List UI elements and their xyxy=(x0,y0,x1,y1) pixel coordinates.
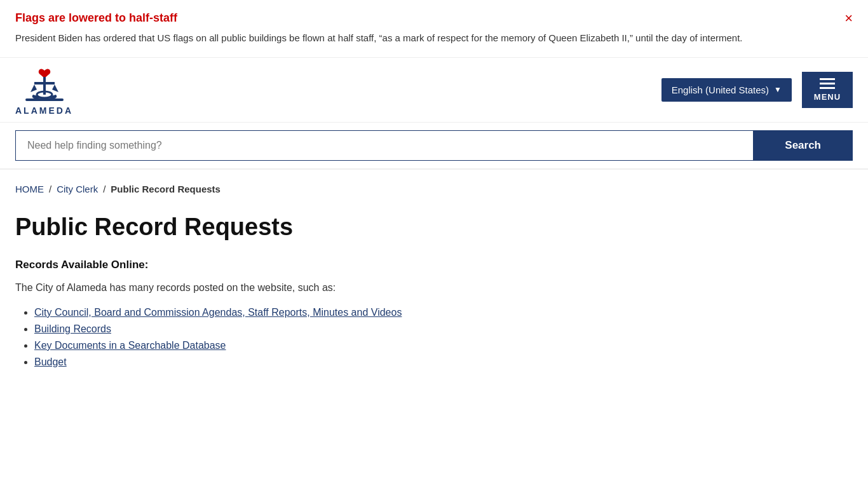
search-input[interactable] xyxy=(15,130,753,161)
logo-text: ALAMEDA xyxy=(15,105,73,116)
menu-button[interactable]: MENU xyxy=(802,72,853,108)
svg-rect-1 xyxy=(34,82,55,85)
breadcrumb-separator-2: / xyxy=(103,184,105,194)
search-bar: Search xyxy=(15,130,853,161)
header-right: English (United States) ▼ MENU xyxy=(661,72,853,108)
list-item: Budget xyxy=(34,356,853,368)
language-label: English (United States) xyxy=(672,85,769,95)
chevron-down-icon: ▼ xyxy=(774,85,782,94)
breadcrumb-current: Public Record Requests xyxy=(111,184,220,194)
language-selector[interactable]: English (United States) ▼ xyxy=(661,78,792,102)
breadcrumb-home[interactable]: HOME xyxy=(15,184,44,194)
menu-label: MENU xyxy=(814,92,841,102)
record-link-4[interactable]: Budget xyxy=(34,356,67,367)
section-subtitle: Records Available Online: xyxy=(15,259,853,271)
search-button[interactable]: Search xyxy=(753,130,853,161)
logo-svg xyxy=(19,64,70,105)
records-list: City Council, Board and Commission Agend… xyxy=(15,307,853,368)
search-bar-container: Search xyxy=(0,123,868,170)
list-item: Building Records xyxy=(34,323,853,335)
alert-title: Flags are lowered to half-staff xyxy=(15,11,853,25)
page-content: Public Record Requests Records Available… xyxy=(0,201,868,392)
breadcrumb-separator-1: / xyxy=(49,184,51,194)
record-link-2[interactable]: Building Records xyxy=(34,323,111,334)
record-link-1[interactable]: City Council, Board and Commission Agend… xyxy=(34,307,402,318)
list-item: Key Documents in a Searchable Database xyxy=(34,340,853,351)
alert-banner: Flags are lowered to half-staff Presiden… xyxy=(0,0,868,58)
logo[interactable]: ALAMEDA xyxy=(15,64,73,116)
list-item: City Council, Board and Commission Agend… xyxy=(34,307,853,318)
alert-body: President Biden has ordered that US flag… xyxy=(15,31,841,46)
header: ALAMEDA English (United States) ▼ MENU xyxy=(0,58,868,123)
intro-text: The City of Alameda has many records pos… xyxy=(15,280,853,295)
page-title: Public Record Requests xyxy=(15,214,853,241)
breadcrumb: HOME / City Clerk / Public Record Reques… xyxy=(0,170,868,201)
hamburger-icon xyxy=(820,78,835,89)
svg-rect-3 xyxy=(25,98,64,101)
breadcrumb-city-clerk[interactable]: City Clerk xyxy=(57,184,98,194)
alert-close-button[interactable]: × xyxy=(844,11,853,25)
record-link-3[interactable]: Key Documents in a Searchable Database xyxy=(34,340,226,351)
